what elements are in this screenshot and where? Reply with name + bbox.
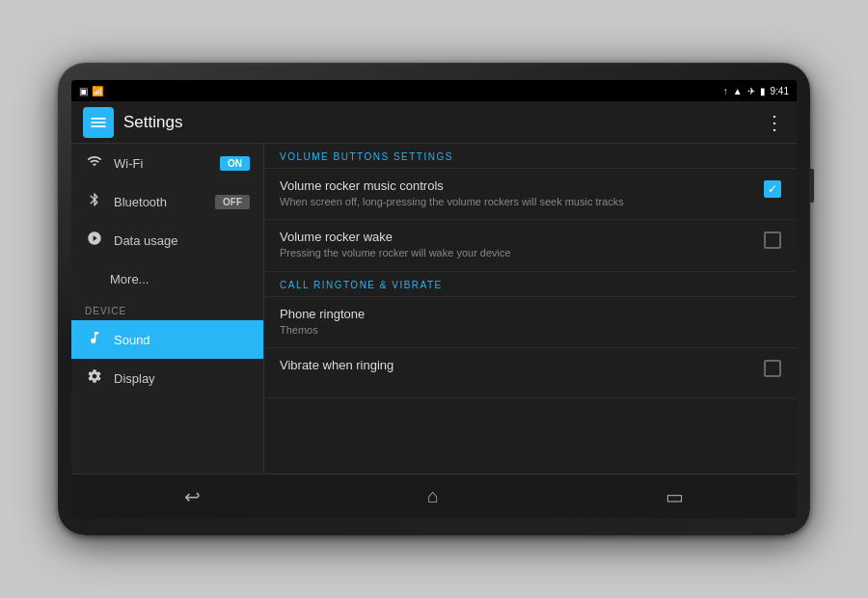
- vibrate-checkbox[interactable]: [754, 358, 781, 377]
- data-usage-icon: [85, 231, 104, 250]
- app-bar: Settings ⋮: [71, 101, 797, 144]
- vibrate-when-ringing-title: Vibrate when ringing: [280, 358, 754, 372]
- volume-music-controls-text: Volume rocker music controls When screen…: [280, 178, 754, 209]
- volume-rocker-wake-checkbox[interactable]: [754, 230, 781, 249]
- bottom-nav: ↩ ⌂ ▭: [71, 474, 797, 518]
- sidebar: Wi-Fi ON Bluetooth OFF: [71, 144, 264, 474]
- right-panel: VOLUME BUTTONS SETTINGS Volume rocker mu…: [264, 144, 797, 474]
- main-content: Wi-Fi ON Bluetooth OFF: [71, 144, 797, 474]
- sidebar-item-sound[interactable]: Sound: [71, 320, 263, 359]
- unchecked-icon: [764, 231, 781, 249]
- wifi-label: Wi-Fi: [114, 156, 143, 171]
- app-bar-title: Settings: [123, 113, 765, 132]
- battery-icon: ▮: [760, 86, 766, 96]
- sidebar-item-data-usage[interactable]: Data usage: [71, 221, 263, 259]
- sidebar-item-bluetooth[interactable]: Bluetooth OFF: [71, 182, 263, 221]
- volume-button[interactable]: [809, 169, 814, 203]
- sound-icon: [85, 330, 104, 349]
- sidebar-item-wifi[interactable]: Wi-Fi ON: [71, 144, 263, 182]
- more-options-button[interactable]: ⋮: [765, 111, 785, 134]
- bluetooth-toggle[interactable]: OFF: [215, 195, 250, 209]
- phone-ringtone-subtitle: Themos: [280, 323, 781, 338]
- phone-ringtone-title: Phone ringtone: [280, 307, 781, 321]
- cast-icon: 📶: [92, 86, 103, 96]
- vibrate-unchecked-icon: [764, 360, 781, 377]
- bluetooth-icon: [85, 192, 104, 211]
- volume-rocker-wake-title: Volume rocker wake: [280, 230, 754, 244]
- airplane-icon: ✈: [747, 86, 755, 96]
- sound-label: Sound: [114, 333, 150, 347]
- ringtone-section-header: CALL RINGTONE & VIBRATE: [264, 272, 797, 297]
- wifi-icon: [85, 153, 104, 173]
- clock: 9:41: [771, 86, 789, 96]
- status-bar: ▣ 📶 ↑ ▲ ✈ ▮ 9:41: [71, 80, 797, 101]
- volume-music-controls-subtitle: When screen off, long-pressing the volum…: [280, 195, 754, 209]
- display-settings-icon: [85, 368, 104, 388]
- data-usage-label: Data usage: [114, 233, 178, 248]
- sidebar-item-display[interactable]: Display: [71, 359, 263, 397]
- status-left-icons: ▣ 📶: [79, 86, 103, 96]
- tablet-device: ▣ 📶 ↑ ▲ ✈ ▮ 9:41 Settings ⋮: [58, 63, 810, 535]
- more-label: More...: [85, 272, 149, 286]
- display-label: Display: [114, 371, 155, 386]
- bluetooth-label: Bluetooth: [114, 195, 167, 209]
- signal-icon: ↑: [723, 86, 728, 96]
- checked-icon: ✓: [764, 180, 781, 198]
- volume-buttons-section-header: VOLUME BUTTONS SETTINGS: [264, 144, 797, 169]
- volume-rocker-wake-text: Volume rocker wake Pressing the volume r…: [280, 230, 754, 260]
- phone-ringtone-row[interactable]: Phone ringtone Themos: [264, 297, 797, 348]
- status-right-icons: ↑ ▲ ✈ ▮ 9:41: [723, 86, 789, 96]
- volume-music-controls-row[interactable]: Volume rocker music controls When screen…: [264, 169, 797, 220]
- phone-ringtone-text: Phone ringtone Themos: [280, 307, 781, 338]
- vibrate-when-ringing-row[interactable]: Vibrate when ringing: [264, 348, 797, 398]
- tablet-screen: ▣ 📶 ↑ ▲ ✈ ▮ 9:41 Settings ⋮: [71, 80, 797, 518]
- sidebar-item-more[interactable]: More...: [71, 259, 263, 298]
- vibrate-when-ringing-text: Vibrate when ringing: [280, 358, 754, 374]
- volume-rocker-wake-row[interactable]: Volume rocker wake Pressing the volume r…: [264, 220, 797, 271]
- device-section-label: DEVICE: [71, 298, 263, 320]
- home-button[interactable]: ⌂: [408, 477, 458, 515]
- volume-music-controls-title: Volume rocker music controls: [280, 178, 754, 193]
- screenshot-icon: ▣: [79, 86, 88, 96]
- wifi-toggle[interactable]: ON: [220, 156, 250, 171]
- wifi-status-icon: ▲: [733, 86, 743, 96]
- back-button[interactable]: ↩: [165, 477, 220, 516]
- volume-music-controls-checkbox[interactable]: ✓: [754, 178, 781, 198]
- settings-app-icon: [83, 107, 114, 138]
- recents-button[interactable]: ▭: [646, 477, 703, 516]
- volume-rocker-wake-subtitle: Pressing the volume rocker will wake you…: [280, 246, 754, 260]
